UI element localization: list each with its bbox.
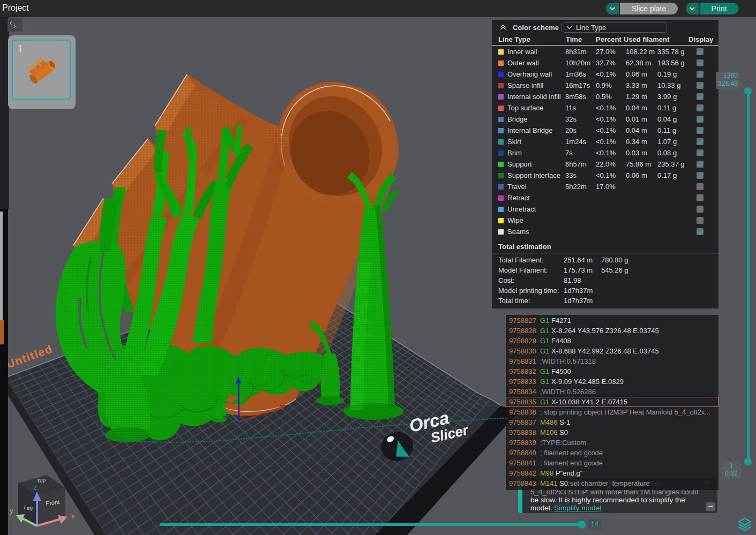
svg-text:y: y: [10, 507, 13, 515]
svg-text:z: z: [34, 484, 37, 491]
svg-text:x: x: [71, 512, 75, 520]
